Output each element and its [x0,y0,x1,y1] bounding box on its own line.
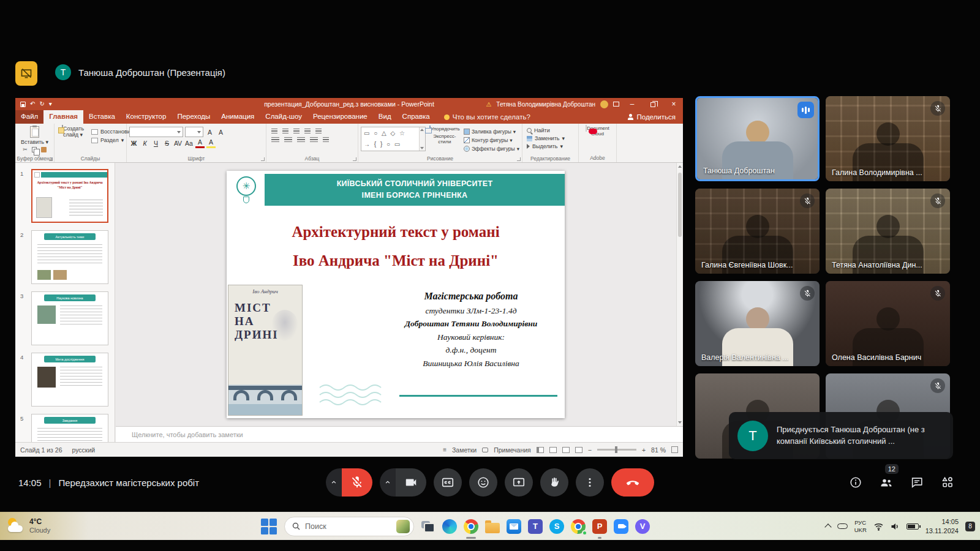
tab-home[interactable]: Главная [43,110,83,124]
shape-fill-button[interactable]: Заливка фигуры ▾ [464,129,519,135]
captions-button[interactable] [434,468,462,497]
ribbon-display-options-icon[interactable] [613,102,619,107]
zoom-in-icon[interactable]: + [642,446,646,454]
join-notification[interactable]: T Приєднується Танюша Доброштан (не з ко… [729,412,953,459]
zoom-slider[interactable] [597,449,636,451]
format-painter-icon[interactable] [41,147,47,152]
reset-slide-button[interactable]: Восстановить [91,129,124,135]
tab-review[interactable]: Рецензирование [307,110,373,124]
clipboard-dialog-launcher[interactable] [49,157,53,161]
slide-editor-area[interactable]: ✳ КИЇВСЬКИЙ СТОЛИЧНИЙ УНІВЕРСИТЕТ ІМЕНІ … [116,163,683,426]
normal-view-icon[interactable] [537,447,544,453]
change-case-button[interactable]: Aa [184,138,194,148]
section-button[interactable]: Раздел ▾ [91,137,124,143]
editor-scrollbar[interactable] [676,163,683,426]
zoom-level[interactable]: 81 % [651,446,666,454]
document-cloud-button[interactable]: Document Cloud [581,126,614,137]
chrome-app-button[interactable] [463,519,479,534]
powerpoint-app-button[interactable]: P [592,519,608,534]
chrome-meet-button[interactable] [570,519,586,534]
justify-icon[interactable] [310,137,318,143]
volume-icon[interactable] [891,522,900,531]
presenter-pill[interactable]: Т Танюша Доброштан (Презентація) [55,64,225,80]
taskbar-search-box[interactable] [284,517,414,536]
quick-styles-button[interactable]: Экспресс-стили [429,134,461,145]
font-size-combo[interactable] [185,127,203,137]
mic-options-chevron[interactable] [326,468,342,497]
replace-button[interactable]: Заменить ▾ [525,135,576,141]
shape-effects-button[interactable]: Эффекты фигуры ▾ [464,146,519,152]
character-spacing-button[interactable]: AV [173,138,183,148]
participant-tile-5[interactable]: Валерія Валентинівна ... [695,281,820,366]
paragraph-dialog-launcher[interactable] [353,157,356,161]
ppt-share-button[interactable]: Поделиться [620,110,683,124]
copy-icon[interactable] [32,147,37,152]
search-daily-image[interactable] [396,520,410,533]
account-avatar[interactable] [600,100,608,108]
more-options-button[interactable] [576,468,604,497]
tab-design[interactable]: Конструктор [121,110,172,124]
line-spacing-icon[interactable] [315,129,322,134]
end-call-button[interactable] [611,468,654,497]
shrink-font-icon[interactable]: A [216,127,225,137]
minimize-button[interactable]: – [624,100,640,108]
onedrive-icon[interactable] [837,523,848,529]
slide-thumbnail-panel[interactable]: 1 Архітектурний текст у романі Іво Андри… [15,163,115,442]
present-button[interactable] [505,468,533,497]
hidden-icons-chevron[interactable] [824,523,831,530]
start-button[interactable] [260,517,278,536]
reactions-button[interactable] [469,468,497,497]
notes-pane[interactable]: Щелкните, чтобы добавить заметки [116,426,683,442]
stop-presenting-button[interactable] [15,61,37,86]
slide-sorter-view-icon[interactable] [549,447,557,453]
tell-me-box[interactable]: Что вы хотите сделать? [444,110,530,124]
zoom-app-button[interactable] [613,519,629,534]
viber-app-button[interactable]: V [635,519,650,534]
zoom-slider-knob[interactable] [615,446,617,453]
skype-app-button[interactable]: S [549,519,565,534]
find-button[interactable]: Найти [525,127,576,133]
scrollbar-thumb[interactable] [678,173,682,237]
comments-toggle[interactable]: Примечания [494,446,531,454]
mail-app-button[interactable] [506,519,522,534]
task-view-button[interactable] [420,519,436,534]
increase-indent-icon[interactable] [304,129,311,134]
underline-button[interactable]: Ч [151,138,160,148]
notes-toggle[interactable]: Заметки [452,446,477,454]
slide-thumbnail-2[interactable]: Актуальність теми [31,230,108,284]
taskbar-search-input[interactable] [305,522,391,531]
redo-icon[interactable]: ↻ [39,101,44,107]
drawing-dialog-launcher[interactable] [517,157,521,161]
slideshow-view-icon[interactable] [575,447,582,453]
shape-outline-button[interactable]: Контур фигуры ▾ [464,137,519,143]
undo-icon[interactable]: ↶ [30,101,35,107]
wifi-icon[interactable] [873,522,884,531]
notification-count-badge[interactable]: 8 [965,522,975,531]
font-dialog-launcher[interactable] [261,157,265,161]
align-left-icon[interactable] [271,137,279,143]
meeting-details-button[interactable] [848,474,864,490]
participant-tile-3[interactable]: Галина Євгеніївна Шовк... [695,189,820,274]
arrange-button[interactable]: Упорядочить [429,127,461,132]
tab-transitions[interactable]: Переходы [172,110,216,124]
explorer-app-button[interactable] [484,519,500,534]
strikethrough-button[interactable]: S [162,138,172,148]
language-indicator[interactable]: русский [72,446,96,454]
chat-panel-button[interactable] [909,474,925,490]
slide-thumbnail-1[interactable]: Архітектурний текст у романі Іво Андрича… [31,169,108,223]
highlight-color-button[interactable]: A [206,138,216,148]
qat-dropdown-icon[interactable]: ▾ [49,101,52,107]
reading-view-icon[interactable] [562,447,570,453]
bold-button[interactable]: Ж [129,138,138,148]
align-center-icon[interactable] [284,137,292,143]
font-color-button[interactable]: A [195,138,205,148]
fit-slide-icon[interactable] [671,446,678,453]
tab-insert[interactable]: Вставка [83,110,121,124]
weather-widget[interactable]: 4°C Cloudy [6,517,50,535]
activities-button[interactable] [940,474,956,490]
align-right-icon[interactable] [297,137,305,143]
slide-thumbnail-4[interactable]: Мета дослідження [31,353,108,407]
camera-options-chevron[interactable] [380,468,396,497]
participant-tile-6[interactable]: Олена Василівна Барнич [826,281,950,366]
people-panel-button[interactable]: 12 [878,474,894,490]
